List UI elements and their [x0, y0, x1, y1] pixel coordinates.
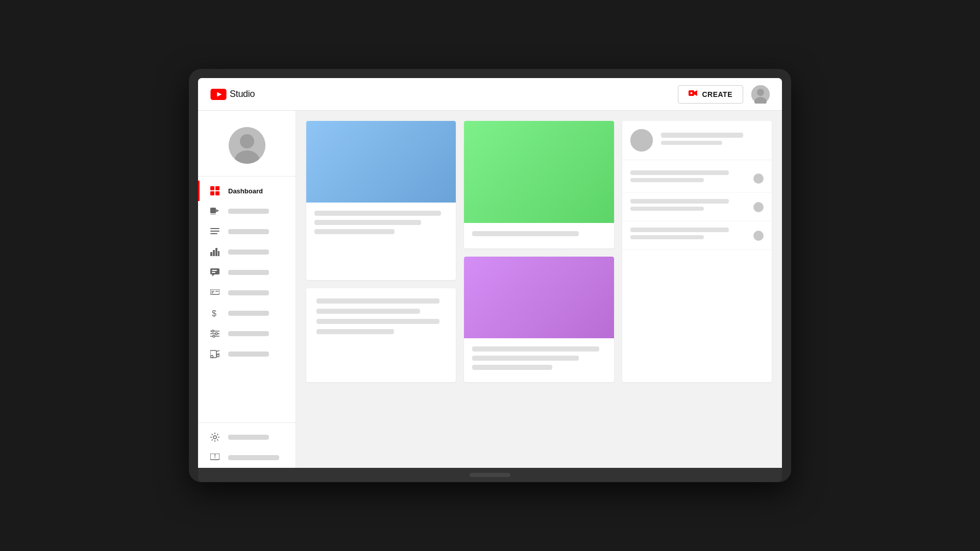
svg-rect-14 [215, 191, 219, 195]
sidebar: Dashboard [198, 111, 296, 468]
audio-label [228, 352, 269, 357]
laptop-base [198, 468, 782, 482]
monetization-label [228, 311, 269, 316]
header-left: Studio [210, 89, 255, 100]
sidebar-item-comments[interactable] [198, 262, 296, 283]
svg-rect-27 [212, 270, 217, 271]
svg-point-4 [691, 92, 693, 94]
customization-icon [210, 329, 220, 339]
feedback-label [228, 455, 279, 460]
sidebar-channel-avatar[interactable] [198, 117, 296, 176]
channel-sub-line [661, 141, 723, 145]
subtitles-icon [210, 288, 220, 298]
svg-rect-29 [210, 289, 219, 294]
text-card-1[interactable] [306, 288, 456, 382]
svg-rect-25 [210, 268, 219, 274]
sidebar-item-customization[interactable] [198, 323, 296, 344]
stat-3-content [630, 228, 753, 243]
stat-1-content [630, 170, 753, 186]
text-card-1-content [306, 288, 456, 348]
card-column-2 [464, 121, 614, 382]
sidebar-item-monetization[interactable]: $ [198, 303, 296, 323]
create-label: CREATE [702, 90, 732, 98]
sidebar-item-subtitles[interactable] [198, 283, 296, 303]
feedback-icon: ! [210, 453, 220, 463]
svg-point-48 [630, 129, 653, 152]
svg-point-37 [212, 330, 214, 332]
video-card-green[interactable] [464, 121, 614, 248]
sidebar-item-dashboard[interactable]: Dashboard [198, 181, 296, 201]
comments-icon [210, 267, 220, 278]
sidebar-item-analytics[interactable] [198, 242, 296, 262]
playlists-icon [210, 227, 220, 237]
app-container: Studio CREATE [198, 78, 782, 468]
customization-label [228, 331, 269, 336]
svg-rect-11 [210, 186, 214, 190]
text-line-1 [316, 298, 439, 304]
create-camera-icon [689, 90, 698, 99]
video-card-1[interactable] [306, 121, 456, 280]
sidebar-item-playlists[interactable] [198, 221, 296, 242]
video-card-purple[interactable] [464, 257, 614, 382]
channel-avatar [630, 129, 653, 152]
stat-2-value [630, 207, 704, 211]
create-button[interactable]: CREATE [678, 85, 743, 104]
stat-item-2[interactable] [622, 193, 772, 221]
header: Studio CREATE [198, 78, 782, 111]
stats-list [622, 160, 772, 382]
stat-3-label [630, 228, 729, 232]
audio-icon [210, 349, 220, 359]
svg-line-41 [216, 350, 219, 352]
channel-stats-card [622, 121, 772, 382]
svg-rect-21 [210, 252, 212, 256]
stat-2-content [630, 199, 753, 215]
user-avatar[interactable] [751, 85, 770, 104]
svg-rect-22 [213, 250, 215, 256]
youtube-studio-logo: Studio [210, 89, 255, 100]
card-1-line-1 [314, 211, 441, 216]
stat-3-indicator [753, 231, 764, 241]
svg-rect-30 [211, 291, 214, 292]
main-layout: Dashboard [198, 111, 782, 468]
stat-3-value [630, 235, 704, 239]
settings-icon [210, 432, 220, 442]
svg-rect-13 [210, 191, 214, 195]
text-line-3 [316, 319, 439, 324]
sidebar-dashboard-label: Dashboard [228, 187, 263, 195]
laptop-screen: Studio CREATE [198, 78, 782, 468]
header-right: CREATE [678, 85, 770, 104]
svg-marker-26 [212, 274, 214, 277]
svg-point-39 [213, 335, 215, 337]
comments-label [228, 270, 269, 275]
svg-rect-18 [210, 228, 219, 229]
svg-point-45 [213, 436, 216, 439]
svg-rect-20 [210, 233, 217, 234]
svg-text:!: ! [214, 454, 216, 459]
stat-1-value [630, 178, 704, 182]
text-line-2 [316, 309, 420, 314]
sidebar-item-content[interactable] [198, 201, 296, 221]
svg-point-44 [217, 355, 219, 357]
svg-point-9 [240, 134, 254, 148]
svg-text:$: $ [212, 309, 216, 318]
svg-rect-32 [211, 292, 213, 293]
svg-rect-31 [215, 291, 218, 292]
sidebar-item-audio[interactable] [198, 344, 296, 364]
analytics-label [228, 249, 269, 255]
stat-item-3[interactable] [622, 221, 772, 250]
sidebar-item-feedback[interactable]: ! [198, 447, 296, 468]
stat-item-1[interactable] [622, 164, 772, 193]
thumbnail-blue [306, 121, 456, 203]
channel-name-line [661, 133, 743, 138]
sidebar-bottom: ! [198, 422, 296, 468]
stat-1-label [630, 170, 729, 175]
studio-label: Studio [230, 89, 255, 99]
channel-stats-inner [622, 121, 772, 382]
card-1-line-3 [314, 229, 395, 234]
youtube-icon [210, 89, 227, 100]
card-green-line-1 [472, 231, 579, 236]
svg-rect-24 [218, 251, 219, 256]
svg-rect-19 [210, 231, 219, 232]
sidebar-item-settings[interactable] [198, 427, 296, 447]
svg-rect-28 [212, 272, 215, 273]
